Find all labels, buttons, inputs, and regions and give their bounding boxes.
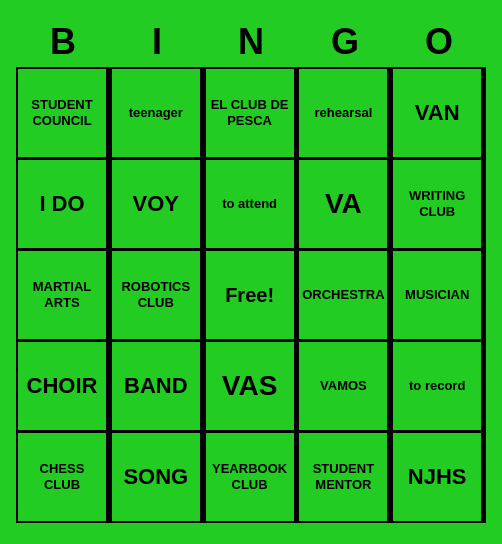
bingo-cell-20[interactable]: CHESS CLUB [18, 433, 106, 521]
bingo-cell-5[interactable]: I DO [18, 160, 106, 248]
bingo-cell-18[interactable]: VAMOS [299, 342, 387, 430]
bingo-cell-3[interactable]: rehearsal [299, 69, 387, 157]
bingo-cell-17[interactable]: VAS [206, 342, 294, 430]
bingo-cell-15[interactable]: CHOIR [18, 342, 106, 430]
bingo-cell-12[interactable]: Free! [206, 251, 294, 339]
letter-o: O [395, 21, 483, 63]
bingo-cell-19[interactable]: to record [393, 342, 481, 430]
bingo-cell-7[interactable]: to attend [206, 160, 294, 248]
bingo-cell-1[interactable]: teenager [112, 69, 200, 157]
bingo-cell-22[interactable]: YEARBOOK CLUB [206, 433, 294, 521]
letter-g: G [301, 21, 389, 63]
bingo-grid: STUDENT COUNCILteenagerEL CLUB DE PESCAr… [16, 67, 486, 523]
bingo-cell-9[interactable]: WRITING CLUB [393, 160, 481, 248]
bingo-cell-11[interactable]: ROBOTICS CLUB [112, 251, 200, 339]
bingo-cell-21[interactable]: SONG [112, 433, 200, 521]
bingo-card: B I N G O STUDENT COUNCILteenagerEL CLUB… [6, 11, 496, 533]
letter-i: I [113, 21, 201, 63]
bingo-cell-8[interactable]: VA [299, 160, 387, 248]
bingo-cell-16[interactable]: BAND [112, 342, 200, 430]
bingo-cell-2[interactable]: EL CLUB DE PESCA [206, 69, 294, 157]
letter-n: N [207, 21, 295, 63]
bingo-cell-0[interactable]: STUDENT COUNCIL [18, 69, 106, 157]
bingo-header: B I N G O [16, 21, 486, 63]
bingo-cell-10[interactable]: MARTIAL ARTS [18, 251, 106, 339]
bingo-cell-24[interactable]: NJHS [393, 433, 481, 521]
bingo-cell-4[interactable]: VAN [393, 69, 481, 157]
bingo-cell-23[interactable]: STUDENT MENTOR [299, 433, 387, 521]
letter-b: B [19, 21, 107, 63]
bingo-cell-13[interactable]: ORCHESTRA [299, 251, 387, 339]
bingo-cell-6[interactable]: VOY [112, 160, 200, 248]
bingo-cell-14[interactable]: MUSICIAN [393, 251, 481, 339]
